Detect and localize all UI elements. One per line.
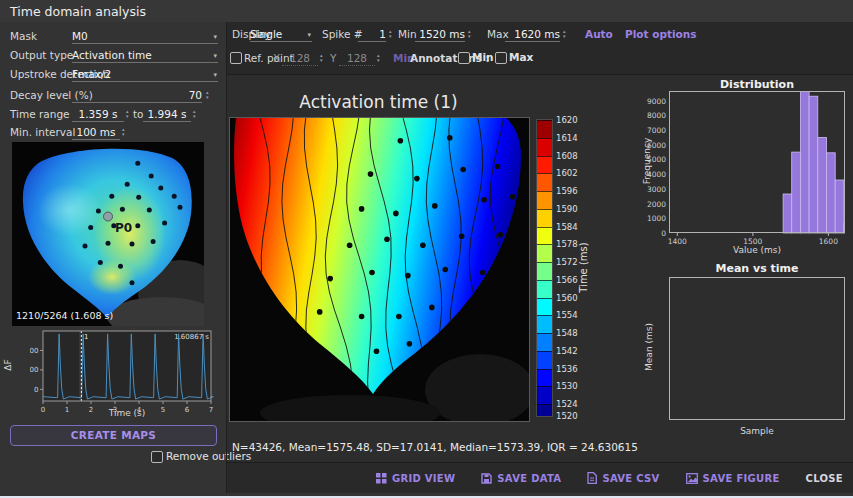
- electrode-dot: [135, 223, 140, 228]
- min-interval-field[interactable]: 100 ms: [72, 125, 120, 140]
- save-data-button[interactable]: SAVE DATA: [481, 473, 561, 484]
- time-range-to-stepper[interactable]: ▴▾: [193, 109, 196, 118]
- colorbar-segment: [537, 156, 552, 174]
- electrode-dot: [459, 233, 465, 239]
- electrode-dot: [120, 207, 125, 212]
- display-value: Single: [250, 28, 282, 40]
- colorbar-segment: [537, 244, 552, 262]
- electrode-dot: [432, 203, 438, 209]
- ref-x-label: X: [273, 51, 280, 65]
- hist-bar: [835, 180, 844, 233]
- hist-bar: [792, 152, 801, 233]
- tick-label: 1500: [741, 237, 765, 246]
- min-field[interactable]: 1520 ms: [415, 27, 465, 42]
- svg-text:7: 7: [209, 406, 213, 414]
- preview-activation-map[interactable]: P0: [12, 142, 204, 326]
- tick-label: 2000: [638, 200, 666, 209]
- colorbar-segment: [537, 191, 552, 209]
- ref-point-checkbox[interactable]: [230, 52, 242, 64]
- tick-label: 0: [638, 229, 666, 238]
- electrode-dot: [317, 309, 323, 315]
- distribution-histogram: [669, 91, 845, 237]
- cursor-band: [79, 331, 81, 401]
- colorbar-segment: [537, 351, 552, 369]
- max-field[interactable]: 1620 ms: [505, 27, 560, 42]
- grid-view-button[interactable]: GRID VIEW: [376, 473, 455, 484]
- time-range-to-word: to: [133, 107, 144, 121]
- electrode-dot: [172, 194, 177, 199]
- spike-number-label: Spike #: [322, 27, 363, 41]
- upstroke-detection-dropdown[interactable]: Fmax/2 ▾: [72, 67, 218, 82]
- ref-x-field[interactable]: 128: [282, 51, 318, 66]
- electrode-dot: [130, 242, 135, 247]
- colorbar-segment: [537, 227, 552, 245]
- annotations-max-checkbox[interactable]: [495, 52, 507, 64]
- annotations-max-label: Max: [509, 51, 533, 64]
- decay-level-field[interactable]: 70: [72, 88, 202, 103]
- colorbar-tick: 1572: [556, 257, 578, 267]
- electrode-dot: [158, 186, 163, 191]
- electrode-dot: [369, 270, 375, 276]
- output-type-label: Output type: [10, 48, 73, 62]
- colorbar-tick: 1590: [556, 204, 578, 214]
- colorbar-tick: 1566: [556, 275, 578, 285]
- colorbar-tick: 1620: [556, 115, 578, 125]
- cursor-time-annotation: 1.60867 s: [174, 333, 209, 341]
- ref-y-label: Y: [330, 51, 336, 65]
- min-unit: ms: [449, 28, 465, 40]
- ref-x-stepper[interactable]: ▴▾: [320, 53, 323, 62]
- close-button[interactable]: CLOSE: [806, 473, 843, 484]
- min-interval-label: Min. interval: [10, 125, 75, 139]
- auto-button[interactable]: Auto: [585, 27, 613, 41]
- time-range-from-stepper[interactable]: ▴▾: [126, 109, 129, 118]
- time-range-from-field[interactable]: 1.359 s: [72, 107, 124, 122]
- mean-vs-time-title: Mean vs time: [669, 262, 845, 275]
- min-interval-stepper[interactable]: ▴▾: [122, 127, 125, 136]
- output-type-value: Activation time: [72, 49, 152, 61]
- reference-point-label: P0: [115, 221, 132, 235]
- hist-bar: [818, 137, 827, 233]
- svg-text:0: 0: [34, 386, 38, 394]
- decay-level-value: 70: [189, 89, 202, 101]
- electrode-dot: [130, 280, 135, 285]
- ref-y-field[interactable]: 128: [339, 51, 375, 66]
- electrode-dot: [178, 205, 183, 210]
- colorbar-tick: 1602: [556, 168, 578, 178]
- colorbar-tick: 1524: [556, 399, 578, 409]
- remove-outliers-checkbox[interactable]: [151, 451, 163, 463]
- spike-number-field[interactable]: 1: [358, 27, 386, 42]
- spike-number-stepper[interactable]: ▴▾: [389, 29, 392, 38]
- electrode-dot: [443, 267, 449, 273]
- electrode-dot: [359, 314, 365, 320]
- tick-label: 1600: [816, 237, 840, 246]
- map-toolbar: Display Single ▾ Spike # 1 ▴▾ Min 1520 m…: [227, 22, 853, 75]
- electrode-dot: [136, 195, 141, 200]
- mask-value: M0: [72, 30, 88, 42]
- output-type-dropdown[interactable]: Activation time ▾: [72, 48, 218, 63]
- colorbar-tick: 1596: [556, 186, 578, 196]
- ref-y-stepper[interactable]: ▴▾: [377, 53, 380, 62]
- statistics-status-text: N=43426, Mean=1575.48, SD=17.0141, Media…: [232, 441, 638, 453]
- fluorescence-trace-plot[interactable]: 11.60867 s012345670100200: [30, 327, 220, 419]
- display-dropdown[interactable]: Single ▾: [250, 27, 312, 42]
- decay-level-stepper[interactable]: ▴▾: [206, 90, 209, 99]
- max-stepper[interactable]: ▴▾: [563, 29, 566, 38]
- plot-options-button[interactable]: Plot options: [625, 27, 696, 41]
- electrode-dot: [151, 239, 156, 244]
- activation-map[interactable]: [229, 117, 530, 422]
- min-stepper[interactable]: ▴▾: [468, 29, 471, 38]
- save-figure-button[interactable]: SAVE FIGURE: [686, 473, 780, 484]
- annotations-min-checkbox[interactable]: [458, 52, 470, 64]
- electrode-dot: [374, 349, 380, 355]
- create-maps-button[interactable]: CREATE MAPS: [10, 425, 217, 446]
- colorbar-tick: 1614: [556, 133, 578, 143]
- electrode-dot: [447, 135, 453, 141]
- panel-divider: [226, 22, 227, 493]
- time-range-to-field[interactable]: 1.994 s: [143, 107, 191, 122]
- save-csv-button[interactable]: SAVE CSV: [587, 472, 659, 484]
- mask-dropdown[interactable]: M0 ▾: [72, 29, 218, 44]
- electrode-dot: [460, 167, 466, 173]
- time-range-to-value: 1.994: [148, 108, 178, 120]
- colorbar-segment: [537, 298, 552, 316]
- electrode-dot: [125, 182, 130, 187]
